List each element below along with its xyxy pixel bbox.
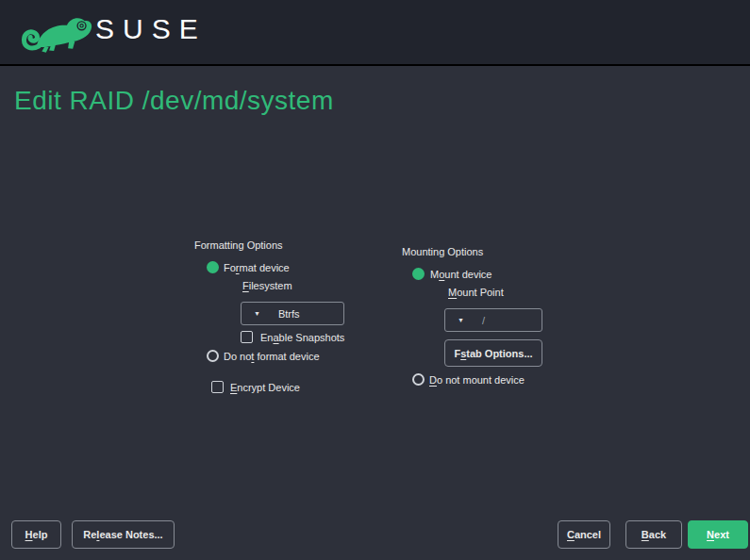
- checkbox-unchecked-icon: [241, 331, 253, 343]
- radio-unselected-icon: [207, 350, 219, 362]
- release-notes-button-label: Release Notes...: [83, 529, 162, 540]
- suse-wordmark: SUSE: [95, 13, 207, 45]
- checkbox-unchecked-icon: [211, 381, 224, 393]
- mount-point-combobox[interactable]: ▼ /: [444, 308, 542, 332]
- mounting-options-heading: Mounting Options: [402, 246, 483, 258]
- back-button-label: Back: [642, 529, 666, 540]
- encrypt-device-label: Encrypt Device: [230, 382, 300, 394]
- page-title: Edit RAID /dev/md/system: [14, 86, 334, 116]
- suse-chameleon-logo-icon: [21, 8, 94, 56]
- radio-unselected-icon: [412, 373, 425, 386]
- chevron-down-icon: ▼: [254, 310, 260, 317]
- release-notes-button[interactable]: Release Notes...: [72, 520, 175, 549]
- next-button-label: Next: [707, 529, 729, 540]
- fstab-options-label: Fstab Options...: [454, 348, 532, 359]
- app-header: SUSE: [0, 0, 750, 66]
- help-button-label: Help: [25, 529, 48, 540]
- fstab-options-button[interactable]: Fstab Options...: [444, 339, 542, 367]
- filesystem-select[interactable]: ▼ Btrfs: [241, 302, 344, 325]
- radio-selected-icon: [412, 268, 425, 280]
- do-not-format-label: Do not format device: [224, 351, 320, 363]
- radio-selected-icon: [207, 261, 219, 273]
- format-device-label: Format device: [224, 262, 290, 274]
- mount-point-value: /: [482, 315, 485, 326]
- enable-snapshots-label: Enable Snapshots: [260, 332, 344, 344]
- filesystem-value: Btrfs: [278, 308, 300, 320]
- mount-device-label: Mount device: [430, 269, 492, 281]
- filesystem-label: Filesystem: [242, 280, 292, 292]
- chevron-down-icon: ▼: [458, 317, 464, 323]
- help-button[interactable]: Help: [11, 520, 61, 549]
- back-button[interactable]: Back: [625, 520, 682, 549]
- do-not-mount-label: Do not mount device: [429, 374, 525, 387]
- cancel-button-label: Cancel: [567, 529, 601, 540]
- next-button[interactable]: Next: [688, 520, 748, 549]
- cancel-button[interactable]: Cancel: [558, 520, 610, 549]
- formatting-options-heading: Formatting Options: [194, 239, 283, 252]
- mount-point-label: Mount Point: [448, 287, 504, 299]
